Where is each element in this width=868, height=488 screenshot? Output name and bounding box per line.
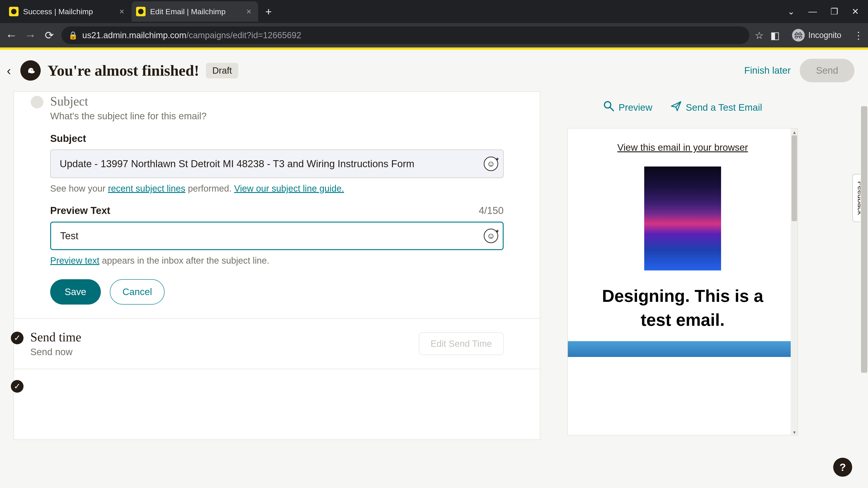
browser-tab-active[interactable]: Edit Email | Mailchimp ×	[131, 1, 258, 22]
plus-icon: +	[496, 228, 499, 234]
subject-input-wrapper: ☺+	[50, 150, 504, 178]
maximize-icon[interactable]: ❐	[831, 6, 838, 17]
page-title: You're almost finished!	[48, 62, 199, 79]
send-button[interactable]: Send	[800, 59, 855, 82]
close-tab-icon[interactable]: ×	[119, 7, 124, 17]
preview-input-wrapper: ☺+	[50, 222, 504, 250]
new-tab-button[interactable]: +	[258, 5, 278, 18]
brand-accent-bar	[0, 47, 868, 50]
tab-bar: Success | Mailchimp × Edit Email | Mailc…	[0, 0, 868, 23]
section-subtitle: What's the subject line for this email?	[50, 111, 207, 122]
toolbar-icons: ☆ ◧ Incognito ⋮	[755, 27, 864, 44]
emoji-picker-button[interactable]: ☺+	[484, 229, 498, 243]
subject-section: Subject What's the subject line for this…	[14, 92, 540, 319]
browser-tab[interactable]: Success | Mailchimp ×	[4, 1, 131, 22]
scrollbar-thumb[interactable]	[861, 106, 867, 373]
emoji-picker-button[interactable]: ☺+	[484, 157, 498, 171]
send-time-left: ✓ Send time Send now	[30, 330, 81, 357]
preview-scrollbar[interactable]: ▴ ▾	[791, 129, 798, 435]
search-icon	[603, 100, 615, 115]
window-controls: ⌄ — ❐ ✕	[787, 6, 864, 17]
svg-line-3	[610, 107, 614, 111]
close-tab-icon[interactable]: ×	[246, 7, 251, 17]
preview-hero-image	[644, 166, 721, 270]
status-check-icon: ✓	[11, 380, 24, 393]
section-title: Subject	[50, 94, 207, 108]
bookmark-star-icon[interactable]: ☆	[755, 30, 764, 41]
subject-helper-text: See how your recent subject lines perfor…	[50, 184, 504, 194]
mailchimp-favicon-icon	[9, 7, 19, 16]
recent-subject-lines-link[interactable]: recent subject lines	[108, 184, 185, 193]
email-preview-frame: View this email in your browser Designin…	[567, 128, 798, 435]
status-circle-icon	[31, 96, 43, 108]
incognito-label: Incognito	[808, 31, 841, 40]
send-time-section: ✓ Send time Send now Edit Send Time	[14, 319, 540, 369]
incognito-icon	[792, 29, 805, 41]
scrollbar-thumb[interactable]	[792, 135, 797, 221]
svg-point-2	[604, 102, 611, 108]
minimize-icon[interactable]: —	[808, 7, 817, 17]
section-header: Subject What's the subject line for this…	[50, 94, 504, 122]
menu-dots-icon[interactable]: ⋮	[854, 30, 864, 41]
subject-line-guide-link[interactable]: View our subject line guide.	[234, 184, 344, 193]
tab-title: Success | Mailchimp	[23, 7, 115, 16]
preview-text-label: Preview Text 4/150	[50, 205, 504, 216]
sidebar-actions: Preview Send a Test Email	[558, 91, 807, 124]
reload-button[interactable]: ⟳	[42, 29, 56, 41]
sidebar: Preview Send a Test Email View this emai…	[558, 91, 807, 440]
subject-field-label: Subject	[50, 133, 504, 144]
preview-content: View this email in your browser Designin…	[568, 129, 798, 370]
edit-send-time-button[interactable]: Edit Send Time	[419, 332, 504, 355]
address-bar-row: ← → ⟳ 🔒 us21.admin.mailchimp.com/campaig…	[0, 23, 868, 47]
tab-title: Edit Email | Mailchimp	[150, 7, 242, 16]
incognito-badge[interactable]: Incognito	[786, 27, 847, 44]
preview-text-input[interactable]	[50, 222, 504, 250]
next-section-stub: ✓	[14, 369, 540, 393]
mailchimp-favicon-icon	[136, 7, 146, 16]
send-time-value: Send now	[30, 347, 81, 357]
lock-icon: 🔒	[68, 31, 78, 40]
back-chevron-icon[interactable]: ‹	[7, 63, 20, 78]
save-button[interactable]: Save	[50, 279, 101, 304]
status-check-icon: ✓	[11, 332, 24, 344]
preview-button[interactable]: Preview	[603, 100, 652, 115]
page-scrollbar[interactable]	[860, 93, 868, 463]
preview-image-strip	[568, 341, 798, 357]
preview-helper-text: Preview text appears in the inbox after …	[50, 256, 504, 266]
preview-text-link[interactable]: Preview text	[50, 256, 99, 265]
extensions-icon[interactable]: ◧	[770, 30, 780, 41]
url-path: /campaigns/edit?id=12665692	[186, 31, 301, 40]
smiley-icon: ☺	[487, 159, 495, 168]
forward-button[interactable]: →	[24, 29, 37, 42]
page-header: ‹ You're almost finished! Draft Finish l…	[0, 50, 868, 91]
smiley-icon: ☺	[487, 231, 495, 240]
url-host: us21.admin.mailchimp.com	[82, 31, 186, 40]
header-actions: Finish later Send	[744, 59, 855, 82]
help-button[interactable]: ?	[833, 458, 852, 477]
page-content: ‹ You're almost finished! Draft Finish l…	[0, 47, 868, 488]
send-test-email-button[interactable]: Send a Test Email	[671, 100, 762, 115]
send-time-title: Send time	[30, 330, 81, 344]
scroll-up-arrow-icon[interactable]: ▴	[792, 129, 797, 134]
svg-point-1	[31, 70, 32, 70]
finish-later-link[interactable]: Finish later	[744, 65, 791, 76]
status-badge: Draft	[206, 63, 238, 78]
view-in-browser-link[interactable]: View this email in your browser	[586, 142, 779, 153]
button-row: Save Cancel	[50, 279, 504, 304]
close-window-icon[interactable]: ✕	[852, 6, 859, 17]
browser-chrome: Success | Mailchimp × Edit Email | Mailc…	[0, 0, 868, 47]
send-icon	[671, 100, 682, 115]
chevron-down-icon[interactable]: ⌄	[787, 6, 795, 17]
cancel-button[interactable]: Cancel	[110, 279, 165, 304]
plus-icon: +	[496, 156, 499, 162]
preview-heading: Designing. This is a test email.	[586, 284, 779, 332]
main-panel: Subject What's the subject line for this…	[13, 91, 540, 440]
back-button[interactable]: ←	[4, 29, 18, 42]
address-bar[interactable]: 🔒 us21.admin.mailchimp.com/campaigns/edi…	[61, 26, 749, 44]
content-area: Subject What's the subject line for this…	[0, 91, 868, 440]
char-count: 4/150	[479, 205, 504, 216]
mailchimp-logo-icon[interactable]	[20, 60, 41, 80]
subject-input[interactable]	[50, 150, 504, 178]
scroll-down-arrow-icon[interactable]: ▾	[792, 429, 797, 434]
